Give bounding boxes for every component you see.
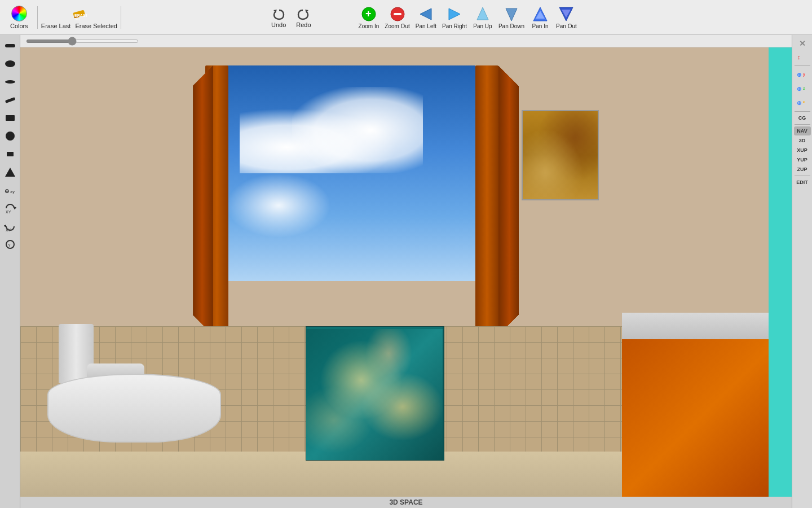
view-3d-label: 3D (799, 138, 806, 143)
pan-right-button[interactable]: Pan Right (440, 4, 469, 30)
svg-rect-19 (5, 97, 15, 103)
nebula-cube-top (306, 326, 444, 330)
axis-xz-icon: ⊕ z (796, 84, 809, 94)
edit-button[interactable]: EDIT (794, 178, 811, 187)
zoom-in-label: Zoom In (359, 23, 379, 29)
svg-text:z: z (803, 100, 805, 103)
xup-label: XUP (797, 147, 807, 153)
pan-left-label: Pan Left (416, 23, 436, 29)
svg-text:y: y (803, 72, 805, 77)
svg-rect-20 (6, 115, 15, 121)
size-slider[interactable] (26, 40, 139, 43)
pan-down-icon (502, 5, 520, 23)
zoom-pan-group: + Zoom In Zoom Out Pan Left Pan Right (356, 4, 579, 30)
brush-tool[interactable] (2, 37, 19, 54)
axis-xyz-button[interactable]: ⊕ z (794, 96, 811, 110)
zoom-out-icon (389, 5, 407, 23)
xup-button[interactable]: XUP (794, 146, 811, 155)
rotate-x-icon: XY (4, 202, 16, 214)
undo-redo-group: Undo Redo (271, 7, 311, 28)
sep2 (121, 6, 121, 29)
triangle-tool[interactable] (2, 164, 19, 181)
wall-picture (522, 110, 599, 200)
colors-tool[interactable]: Colors (5, 6, 34, 29)
pan-out-label: Pan Out (556, 23, 577, 29)
divider3 (795, 124, 810, 125)
angled-tool[interactable] (2, 91, 19, 108)
pan-in-button[interactable]: Pan In (528, 4, 553, 30)
rotate-z-icon: Y (4, 238, 16, 251)
window-opening (213, 65, 475, 281)
pan-left-button[interactable]: Pan Left (413, 4, 439, 30)
toolbar: Colors ERASE SEL Erase Last Erase Select… (0, 0, 812, 35)
axis-xy-icon: ⊕ y (796, 69, 809, 80)
circle-tool[interactable] (2, 128, 19, 144)
svg-rect-7 (394, 13, 401, 15)
cg-label: CG (798, 115, 806, 121)
close-button[interactable]: ✕ (794, 37, 811, 50)
zup-button[interactable]: ZUP (794, 165, 811, 174)
rotate-z-tool[interactable]: Y (2, 236, 19, 253)
redo-button[interactable]: Redo (296, 7, 311, 28)
zoom-out-label: Zoom Out (385, 23, 409, 29)
undo-icon (271, 7, 286, 21)
pan-down-button[interactable]: Pan Down (496, 4, 527, 30)
square-tool[interactable] (2, 110, 19, 126)
pan-up-label: Pan Up (473, 23, 492, 29)
svg-text:XY: XY (6, 228, 11, 232)
svg-point-18 (5, 80, 15, 84)
pan-out-icon (557, 5, 575, 23)
flat-icon (4, 76, 16, 88)
door-right-open (498, 65, 519, 335)
svg-text:⊕: ⊕ (797, 86, 801, 92)
axis-xy-button[interactable]: ⊕ y (794, 68, 811, 81)
nav-button[interactable]: NAV (794, 126, 811, 135)
undo-button[interactable]: Undo (271, 7, 286, 28)
small-square-tool[interactable] (2, 146, 19, 163)
svg-text:xy: xy (10, 189, 15, 194)
pan-out-button[interactable]: Pan Out (554, 4, 579, 30)
svg-rect-16 (5, 44, 15, 47)
svg-marker-11 (506, 8, 517, 21)
slider-bar (20, 35, 792, 47)
rotate-y-tool[interactable]: XY (2, 218, 19, 235)
right-panel: ✕ ↕ ⊕ y ⊕ z ⊕ z CG NAV 3D XUP (792, 35, 812, 508)
edit-label: EDIT (796, 179, 808, 185)
svg-marker-8 (420, 8, 431, 20)
pan-in-label: Pan In (532, 23, 549, 29)
expand-y-button[interactable]: ↕ (794, 50, 811, 64)
axis-xz-button[interactable]: ⊕ z (794, 82, 811, 95)
oval-icon (4, 58, 16, 70)
left-tool-panel: ⊕ xy XY XY Y (0, 35, 20, 508)
sink (36, 344, 267, 443)
divider1 (795, 65, 810, 66)
svg-marker-10 (477, 7, 488, 20)
view-3d-button[interactable]: 3D (794, 136, 811, 145)
svg-text:XY: XY (6, 210, 11, 214)
move-xy-tool[interactable]: ⊕ xy (2, 182, 19, 199)
erase-last-button[interactable]: Erase Last (41, 23, 71, 29)
axis-xyz-icon: ⊕ z (796, 98, 809, 108)
expand-y-icon: ↕ (796, 52, 809, 62)
svg-text:Y: Y (8, 243, 11, 247)
svg-marker-23 (5, 168, 15, 177)
pan-up-button[interactable]: Pan Up (470, 4, 495, 30)
svg-point-21 (6, 132, 15, 141)
circle-icon (4, 130, 16, 142)
svg-text:z: z (803, 86, 805, 90)
zoom-in-button[interactable]: + Zoom In (356, 4, 382, 30)
flat-tool[interactable] (2, 73, 19, 90)
oval-tool[interactable] (2, 55, 19, 72)
orange-counter-top (622, 313, 792, 340)
color-circle[interactable] (11, 6, 27, 21)
svg-text:↕: ↕ (797, 54, 801, 60)
zoom-out-button[interactable]: Zoom Out (382, 4, 412, 30)
cg-label-button[interactable]: CG (794, 113, 811, 122)
yup-button[interactable]: YUP (794, 155, 811, 164)
svg-marker-9 (449, 8, 460, 20)
rotate-x-tool[interactable]: XY (2, 200, 19, 217)
3d-scene (20, 47, 792, 497)
erase-selected-button[interactable]: Erase Selected (75, 23, 117, 29)
nebula-cube[interactable] (306, 326, 444, 461)
rotate-y-icon: XY (4, 220, 16, 233)
